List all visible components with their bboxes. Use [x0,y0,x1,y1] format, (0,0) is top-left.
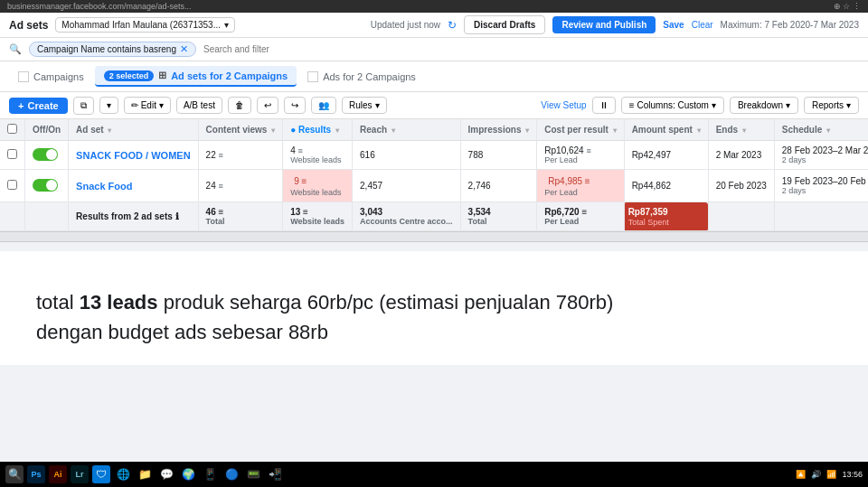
summary-prefix: total [36,291,80,314]
tab-bar: Campaigns 2 selected ⊞ Ad sets for 2 Cam… [0,61,868,92]
ab-test-label: A/B test [184,100,215,110]
totals-checkbox [0,202,25,231]
review-publish-button[interactable]: Review and Publish [552,16,656,33]
more-button[interactable]: ▾ [99,97,118,114]
breakdown-button[interactable]: Breakdown ▾ [730,97,798,114]
reports-button[interactable]: Reports ▾ [804,97,859,114]
col-cost-per-result[interactable]: Cost per result ▾ [537,119,624,141]
col-results[interactable]: ● Results ▾ [283,119,353,141]
row-content-views: 22 ≡ [198,141,283,170]
reports-chevron-icon: ▾ [846,100,851,110]
edit-button[interactable]: ✏ Edit ▾ [124,97,171,114]
more-icon: ▾ [107,100,111,110]
tab-ads[interactable]: Ads for 2 Campaigns [298,68,425,86]
columns-button[interactable]: ≡ Columns: Custom ▾ [621,97,724,114]
tab-campaigns-label: Campaigns [33,71,84,82]
columns-chevron-icon: ▾ [712,100,716,110]
reports-label: Reports [812,100,844,110]
save-button[interactable]: Save [663,20,684,30]
edit-icon: ✏ [131,100,138,110]
rules-button[interactable]: Rules ▾ [342,97,387,114]
duplicate-button[interactable]: ⧉ [73,97,94,115]
pause-icon: ⏸ [599,100,609,110]
totals-results: 13 ≡Website leads [283,202,353,231]
browser-url-bar: businessmanager.facebook.com/manage/ad-s… [7,2,834,11]
rules-label: Rules [349,100,373,110]
col-content-views[interactable]: Content views ▾ [198,119,283,141]
table-row: SNACK FOOD / WOMEN 22 ≡ 4 ≡Website leads… [0,141,868,170]
summary-line2: dengan budget ads sebesar 88rb [36,321,328,343]
row-impressions: 2,746 [460,170,537,202]
row-checkbox[interactable] [0,141,25,170]
row-checkbox[interactable] [0,170,25,202]
summary-bold: 13 leads [80,291,158,314]
summary-section: total 13 leads produk seharga 60rb/pc (e… [0,251,868,365]
col-schedule[interactable]: Schedule ▾ [774,119,868,141]
row-impressions: 788 [460,141,537,170]
totals-cost-per-result: Rp6,720 ≡Per Lead [537,202,624,231]
breakdown-chevron-icon: ▾ [786,100,790,110]
totals-ends [708,202,774,231]
plus-icon: + [18,100,24,111]
table-row: Snack Food 24 ≡ 9 ≡Website leads 2,457 2… [0,170,868,202]
tab-adsets[interactable]: 2 selected ⊞ Ad sets for 2 Campaigns [95,66,297,87]
summary-text: total 13 leads produk seharga 60rb/pc (e… [36,287,832,347]
row-results: 4 ≡Website leads [283,141,353,170]
copy-icon: ⧉ [80,100,87,111]
delete-icon-btn[interactable]: 🗑 [228,97,251,114]
col-checkbox[interactable] [0,119,25,141]
adsets-header: Ad sets Mohammad Irfan Maulana (26371353… [0,13,868,38]
totals-content-views: 46 ≡Total [198,202,283,231]
col-impressions[interactable]: Impressions ▾ [460,119,537,141]
summary-suffix: produk seharga 60rb/pc (estimasi penjual… [158,291,614,314]
row-toggle[interactable] [25,170,69,202]
edit-chevron-icon: ▾ [159,100,164,110]
toolbar: + Create ⧉ ▾ ✏ Edit ▾ A/B test 🗑 ↩ ↪ 👥 R… [0,92,868,119]
filter-tag-close[interactable]: ✕ [180,43,188,55]
row-cost-per-result: Rp4,985 ≡Per Lead [537,170,624,202]
row-adset-name[interactable]: Snack Food [69,170,199,202]
row-toggle[interactable] [25,141,69,170]
tab-campaigns[interactable]: Campaigns [9,68,93,86]
row-ends: 20 Feb 2023 [708,170,774,202]
columns-label: Columns: Custom [637,100,708,110]
view-setup-button[interactable]: View Setup [541,100,586,110]
col-ends[interactable]: Ends ▾ [708,119,774,141]
account-selector[interactable]: Mohammad Irfan Maulana (26371353... ▾ [55,17,235,33]
row-amount-spent: Rp44,862 [624,170,708,202]
undo-button[interactable]: ↩ [257,97,278,114]
create-button[interactable]: + Create [9,98,68,114]
columns-icon: ≡ [629,100,635,110]
row-adset-name[interactable]: SNACK FOOD / WOMEN [69,141,199,170]
totals-label: Results from 2 ad sets ℹ [69,202,199,231]
max-date-range: Maximum: 7 Feb 2020-7 Mar 2023 [721,20,859,30]
updated-text: Updated just now [371,20,440,30]
tab-checkbox-ads [307,71,318,82]
browser-controls: ⊕ ☆ ⋮ [834,2,861,11]
totals-impressions: 3,534Total [460,202,537,231]
col-reach[interactable]: Reach ▾ [353,119,461,141]
audience-button[interactable]: 👥 [311,97,336,114]
search-icon: 🔍 [9,43,22,55]
row-content-views: 24 ≡ [198,170,283,202]
filter-tag-label: Campaign Name contains basreng [37,44,176,54]
ad-sets-table: Off/On Ad set ▾ Content views ▾ ● Result… [0,119,868,231]
filter-tag[interactable]: Campaign Name contains basreng ✕ [29,42,196,57]
undo-icon: ↩ [264,100,271,110]
tab-checkbox[interactable] [18,71,29,82]
row-results: 9 ≡Website leads [283,170,353,202]
row-amount-spent: Rp42,497 [624,141,708,170]
ab-test-button[interactable]: A/B test [176,97,222,114]
search-input[interactable] [203,44,859,54]
clear-button[interactable]: Clear [692,20,713,30]
filter-bar: 🔍 Campaign Name contains basreng ✕ [0,38,868,61]
refresh-icon[interactable]: ↻ [448,19,457,32]
discard-drafts-button[interactable]: Discard Drafts [464,15,545,34]
pause-button[interactable]: ⏸ [592,97,616,114]
redo-button[interactable]: ↪ [284,97,306,114]
col-amount-spent[interactable]: Amount spent ▾ [624,119,708,141]
row-reach: 2,457 [353,170,461,202]
totals-schedule [774,202,868,231]
row-schedule: 19 Feb 2023–20 Feb 20232 days [774,170,868,202]
col-adset[interactable]: Ad set ▾ [69,119,199,141]
